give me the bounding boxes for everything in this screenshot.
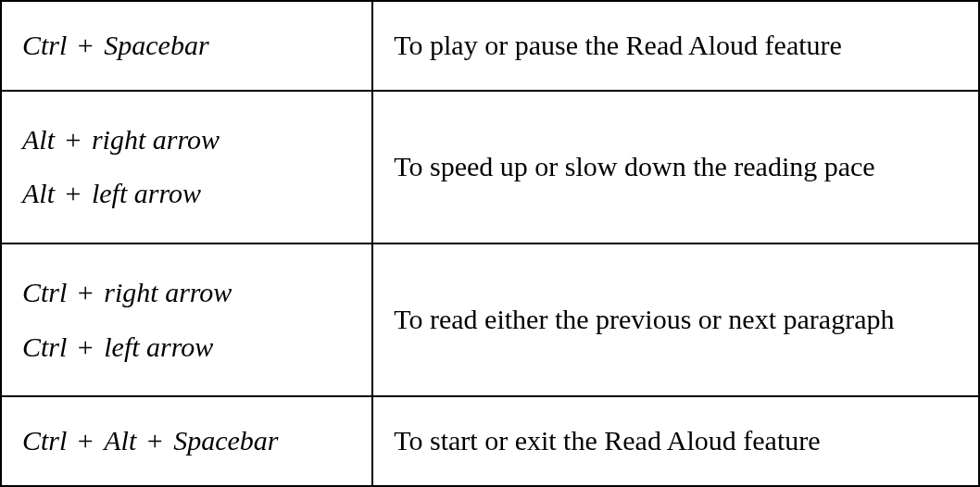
shortcut-table: Ctrl + Spacebar To play or pause the Rea…	[0, 0, 980, 487]
shortcut-cell: Ctrl + Alt + Spacebar	[1, 396, 372, 486]
description-text: To speed up or slow down the reading pac…	[394, 151, 874, 181]
key: Alt	[22, 178, 55, 208]
description-cell: To speed up or slow down the reading pac…	[372, 91, 979, 244]
key: Ctrl	[22, 277, 67, 307]
key: Spacebar	[104, 30, 208, 60]
key: Ctrl	[22, 331, 67, 362]
key: right arrow	[104, 277, 232, 307]
key: Alt	[104, 425, 136, 456]
table-row: Ctrl + Alt + Spacebar To start or exit t…	[1, 396, 979, 486]
table-row: Ctrl + Spacebar To play or pause the Rea…	[1, 1, 979, 91]
shortcut-line: Alt + left arrow	[22, 175, 351, 213]
shortcut-cell: Alt + right arrow Alt + left arrow	[1, 91, 372, 244]
table-row: Alt + right arrow Alt + left arrow To sp…	[1, 91, 979, 244]
key: Spacebar	[173, 425, 278, 456]
shortcut-line: Ctrl + right arrow	[22, 274, 351, 312]
description-text: To play or pause the Read Aloud feature	[394, 30, 842, 60]
key: Alt	[22, 124, 55, 155]
plus-separator: +	[66, 178, 82, 208]
plus-separator: +	[78, 30, 94, 60]
shortcut-line: Alt + right arrow	[22, 121, 351, 159]
plus-separator: +	[78, 425, 94, 456]
key: Ctrl	[22, 30, 67, 60]
plus-separator: +	[147, 425, 163, 456]
description-cell: To start or exit the Read Aloud feature	[372, 396, 979, 486]
shortcut-line: Ctrl + Alt + Spacebar	[22, 422, 351, 460]
shortcut-line: Ctrl + left arrow	[22, 329, 351, 367]
key: left arrow	[104, 331, 213, 362]
shortcut-cell: Ctrl + Spacebar	[1, 1, 372, 91]
plus-separator: +	[66, 124, 82, 155]
key: right arrow	[92, 124, 220, 155]
description-cell: To play or pause the Read Aloud feature	[372, 1, 979, 91]
table-row: Ctrl + right arrow Ctrl + left arrow To …	[1, 244, 979, 396]
shortcut-line: Ctrl + Spacebar	[22, 27, 351, 65]
plus-separator: +	[78, 331, 94, 362]
key: left arrow	[92, 178, 201, 208]
key: Ctrl	[22, 425, 67, 456]
description-text: To start or exit the Read Aloud feature	[394, 425, 820, 456]
description-text: To read either the previous or next para…	[394, 304, 894, 334]
plus-separator: +	[78, 277, 94, 307]
description-cell: To read either the previous or next para…	[372, 244, 979, 396]
shortcut-cell: Ctrl + right arrow Ctrl + left arrow	[1, 244, 372, 396]
